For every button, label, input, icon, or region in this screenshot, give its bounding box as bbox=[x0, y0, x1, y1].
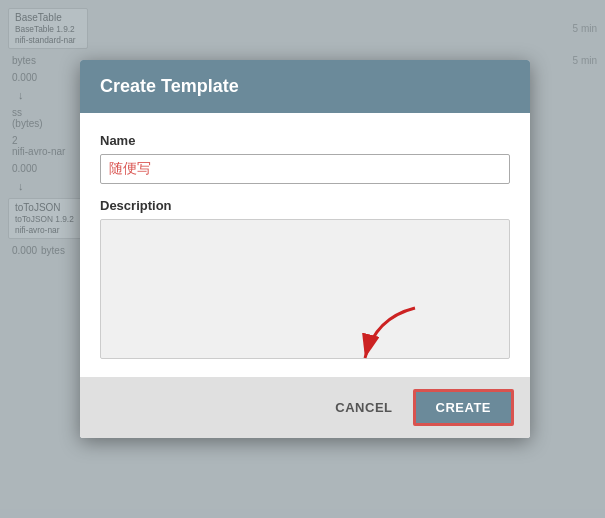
cancel-button[interactable]: CANCEL bbox=[315, 389, 412, 426]
create-template-dialog: Create Template Name Description CANCEL … bbox=[80, 60, 530, 438]
dialog-body: Name Description bbox=[80, 113, 530, 363]
dialog-footer: CANCEL CREATE bbox=[80, 377, 530, 438]
name-label: Name bbox=[100, 133, 510, 148]
arrow-annotation bbox=[345, 298, 435, 373]
create-button[interactable]: CREATE bbox=[413, 389, 514, 426]
description-textarea[interactable] bbox=[100, 219, 510, 359]
dialog-header: Create Template bbox=[80, 60, 530, 113]
dialog-title: Create Template bbox=[100, 76, 239, 96]
description-label: Description bbox=[100, 198, 510, 213]
name-input[interactable] bbox=[100, 154, 510, 184]
